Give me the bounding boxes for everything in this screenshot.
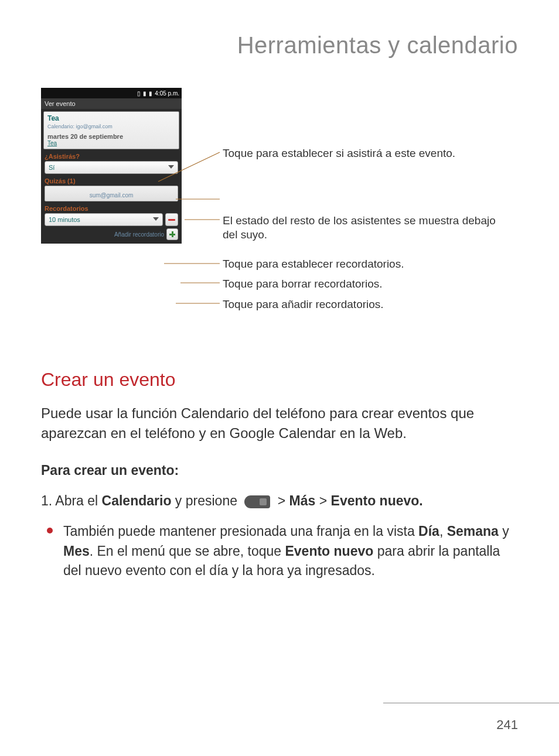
callout-guests: El estado del resto de los asistentes se… [223, 214, 510, 242]
bullet-bold: Semana [447, 524, 499, 539]
event-date-sub: Tea [47, 140, 175, 146]
minus-icon [168, 219, 175, 221]
reminder-dropdown[interactable]: 10 minutos [45, 213, 163, 226]
event-card: Tea Calendario: igo@gmail.com martes 20 … [43, 111, 179, 149]
menu-key-icon [244, 495, 270, 508]
reminder-value: 10 minutos [49, 216, 80, 223]
battery-icon: ▮ [149, 90, 152, 97]
bullet-bold: Evento nuevo [285, 543, 373, 559]
attend-label: ¿Asistirás? [45, 153, 178, 160]
step-menu: Evento nuevo. [331, 493, 423, 508]
page-title: Herramientas y calendario [0, 0, 559, 59]
step-app: Calendario [102, 493, 172, 508]
status-bar: ▯ ▮ ▮ 4:05 p.m. [41, 88, 182, 98]
step-menu: Más [289, 493, 316, 508]
page-number: 241 [496, 717, 518, 733]
sub-heading: Para crear un evento: [41, 463, 518, 478]
bullet-bold: Mes [63, 543, 90, 559]
bullet-bold: Día [418, 524, 439, 539]
step-text: 1. Abra el [41, 493, 102, 508]
bullet-text: También puede mantener presionada una fr… [63, 524, 418, 539]
remove-reminder-button[interactable] [165, 213, 178, 226]
app-title: Ver evento [41, 98, 182, 109]
step-1: 1. Abra el Calendario y presione > Más >… [41, 491, 518, 510]
phone-screenshot: ▯ ▮ ▮ 4:05 p.m. Ver evento Tea Calendari… [41, 88, 182, 244]
bullet-icon [47, 528, 53, 533]
step-sep: > [274, 493, 289, 508]
callout-attend: Toque para establecer si asistirá a este… [223, 146, 455, 160]
add-reminder-row[interactable]: Añadir recordatorio [45, 228, 178, 240]
callout-set-reminder: Toque para establecer recordatorios. [223, 257, 404, 271]
chevron-down-icon [153, 217, 159, 221]
status-time: 4:05 p.m. [155, 90, 179, 97]
step-text: y presione [171, 493, 241, 508]
reminder-row: 10 minutos [45, 213, 178, 226]
section-heading: Crear un evento [41, 369, 559, 391]
attend-value: Sí [49, 164, 54, 171]
plus-icon [166, 228, 178, 240]
3g-icon: ▯ [137, 90, 141, 97]
add-reminder-label: Añadir recordatorio [114, 231, 164, 238]
callout-add-reminder: Toque para añadir recordatorios. [223, 297, 384, 312]
guest-entry: sum@gmail.com [45, 186, 178, 201]
callout-delete-reminder: Toque para borrar recordatorios. [223, 277, 382, 291]
diagram-area: ▯ ▮ ▮ 4:05 p.m. Ver evento Tea Calendari… [41, 88, 559, 334]
bullet-text: y [499, 524, 509, 539]
bullet-item: También puede mantener presionada una fr… [41, 522, 518, 580]
guests-label: Quizás (1) [45, 177, 178, 184]
attend-dropdown[interactable]: Sí [45, 161, 178, 174]
calendar-line: Calendario: igo@gmail.com [47, 124, 175, 129]
signal-icon: ▮ [143, 90, 146, 97]
footer-rule [383, 703, 559, 703]
calendar-label: Calendario: [47, 124, 74, 129]
calendar-value: igo@gmail.com [76, 124, 113, 129]
event-name: Tea [47, 114, 175, 122]
event-date: martes 20 de septiembre [47, 133, 175, 140]
bullet-text: . En el menú que se abre, toque [90, 543, 285, 559]
step-sep: > [315, 493, 330, 508]
bullet-text: , [439, 524, 447, 539]
body-paragraph: Puede usar la función Calendario del tel… [41, 403, 518, 443]
chevron-down-icon [168, 165, 174, 169]
reminders-label: Recordatorios [45, 205, 178, 212]
